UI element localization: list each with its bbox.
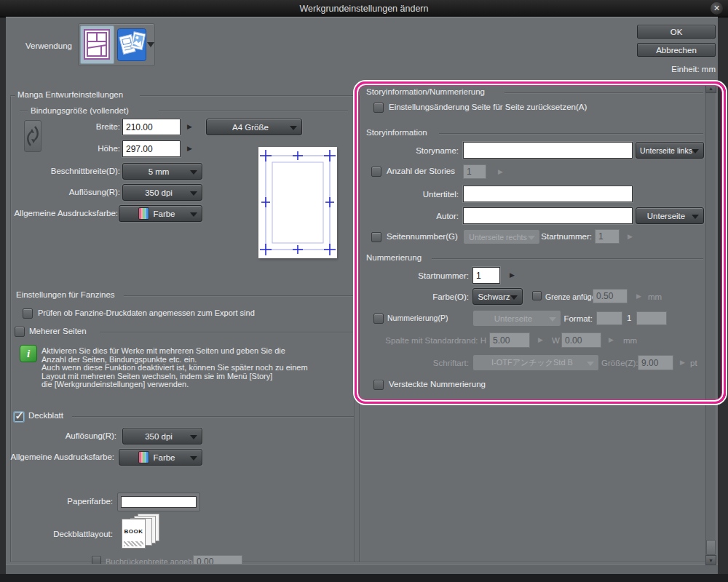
bleed-label: Beschnittbreite(D): xyxy=(51,167,120,175)
storyname-position-dropdown[interactable]: Unterseite links xyxy=(636,142,704,159)
book-cover-icon: BOOK xyxy=(122,519,146,549)
author-label: Autor: xyxy=(436,212,459,220)
start-number-stepper-icon[interactable]: ▶ xyxy=(510,272,515,279)
close-icon[interactable]: ✕ xyxy=(711,2,723,15)
format-field-1[interactable] xyxy=(596,311,622,325)
multiple-pages-check[interactable] xyxy=(15,327,25,337)
comic-page-icon xyxy=(84,29,110,60)
font-size-field[interactable] xyxy=(638,355,673,370)
paper-color-swatch xyxy=(121,496,197,508)
cover-layout-button[interactable]: BOOK xyxy=(122,514,164,549)
usage-dropdown-arrow-icon[interactable] xyxy=(147,42,154,47)
color-swatch-icon xyxy=(138,451,149,463)
swap-orientation-button[interactable] xyxy=(24,120,41,152)
border-width-field[interactable] xyxy=(593,289,628,303)
cancel-button[interactable]: Abbrechen xyxy=(637,43,716,57)
cover-check[interactable] xyxy=(14,412,24,422)
height-label: Höhe: xyxy=(98,144,120,153)
cover-color-mode-dropdown[interactable]: Farbe xyxy=(119,449,202,466)
numbering-color-label: Farbe(O): xyxy=(432,292,469,301)
subtitle-label: Untertitel: xyxy=(423,190,459,199)
group-border xyxy=(505,92,703,93)
fanzine-check-label: Prüfen ob Fanzine-Druckdaten angemessen … xyxy=(38,308,255,317)
width-stepper-icon[interactable]: ▶ xyxy=(187,124,192,130)
start-number-field[interactable] xyxy=(472,267,500,284)
scrollbar-thumb[interactable] xyxy=(706,540,716,555)
group-border xyxy=(72,416,354,417)
scrollbar-track[interactable] xyxy=(705,83,716,565)
font-dropdown: I-OTFアンチックStd B xyxy=(472,354,599,371)
reset-per-page-label: Einstellungsänderung Seite für Seite zur… xyxy=(389,103,587,111)
color-mode-dropdown[interactable]: Farbe xyxy=(119,205,202,222)
fanzine-check[interactable] xyxy=(23,308,33,319)
color-mode-label: Allgemeine Ausdrucksfarbe: xyxy=(14,209,118,218)
font-size-label: Größe(Z): xyxy=(601,359,638,367)
margin-w-field[interactable] xyxy=(561,332,601,348)
group-border xyxy=(20,111,28,111)
page-start-number-field[interactable] xyxy=(595,229,620,244)
group-border xyxy=(124,295,354,296)
margin-h-stepper-icon: ▶ xyxy=(538,337,543,343)
bleed-dropdown[interactable]: 5 mm xyxy=(122,163,202,180)
cover-resolution-dropdown[interactable]: 350 dpi xyxy=(122,428,202,445)
height-field[interactable] xyxy=(122,140,181,157)
group-border xyxy=(359,95,360,562)
numbering-label: Nummerierung(P) xyxy=(387,314,448,322)
hidden-numbering-check[interactable] xyxy=(373,380,384,390)
storyname-field[interactable] xyxy=(463,142,633,159)
margin-w-stepper-icon: ▶ xyxy=(609,337,614,343)
storyname-label: Storyname: xyxy=(416,146,459,155)
format-label: Format: xyxy=(563,314,593,323)
group-border xyxy=(354,95,355,562)
hidden-numbering-label: Versteckte Nummerierung xyxy=(389,380,486,388)
info-icon: i xyxy=(20,345,37,362)
usage-comic-button[interactable] xyxy=(80,25,114,64)
dialog-werkgrundeinstellungen: Werkgrundeinstellungen ändern ✕ Verwendu… xyxy=(0,0,728,582)
usage-illustration-button[interactable] xyxy=(116,27,148,63)
author-position-dropdown[interactable]: Unterseite xyxy=(636,207,704,224)
dialog-title: Werkgrundeinstellungen ändern xyxy=(300,4,429,14)
subtitle-field[interactable] xyxy=(463,186,633,202)
verwendung-label: Verwendung xyxy=(25,41,72,50)
numbering-position-dropdown: Unterseite xyxy=(472,310,561,327)
dialog-bottom-strip xyxy=(6,564,718,574)
author-field[interactable] xyxy=(463,207,633,224)
story-count-label: Anzahl der Stories xyxy=(387,167,455,175)
font-size-unit-label: pt xyxy=(690,359,697,367)
reset-per-page-check[interactable] xyxy=(373,103,384,113)
height-stepper-icon[interactable]: ▶ xyxy=(187,146,192,152)
ok-button[interactable]: OK xyxy=(637,25,716,39)
cover-label: Deckblatt xyxy=(28,411,63,420)
numbering-color-dropdown[interactable]: Schwarz xyxy=(472,288,523,305)
format-field-2[interactable] xyxy=(636,311,667,325)
numbering-check[interactable] xyxy=(373,314,384,324)
preset-dropdown[interactable]: A4 Größe xyxy=(206,119,302,135)
numbering-title: Nummerierung xyxy=(366,253,422,262)
margin-w-label: W xyxy=(552,336,560,345)
group-border xyxy=(140,95,354,96)
story-count-field[interactable] xyxy=(463,164,486,179)
group-border xyxy=(10,95,15,96)
info-text: Aktivieren Sie dies für Werke mit mehrer… xyxy=(41,347,308,389)
add-border-check[interactable] xyxy=(532,291,542,300)
width-label: Breite: xyxy=(96,122,120,131)
title-bar[interactable]: Werkgrundeinstellungen ändern ✕ xyxy=(0,0,728,17)
unit-label: Einheit: mm xyxy=(671,65,716,73)
width-field[interactable] xyxy=(122,119,181,135)
default-margin-label: Spalte mit Standardrand: H xyxy=(385,336,486,345)
story-count-check[interactable] xyxy=(371,167,381,177)
crop-marks-icon xyxy=(258,147,337,258)
format-mid-label: 1 xyxy=(627,314,631,322)
border-unit-label: mm xyxy=(648,292,662,301)
group-border xyxy=(159,111,348,111)
illustration-icon xyxy=(117,28,146,61)
page-number-position-dropdown: Unterseite rechts xyxy=(463,229,540,244)
group-border xyxy=(439,133,703,134)
margin-unit-label: mm xyxy=(623,336,637,345)
scroll-up-icon[interactable]: ▲ xyxy=(705,83,716,93)
resolution-dropdown[interactable]: 350 dpi xyxy=(122,184,202,201)
page-number-check[interactable] xyxy=(371,232,381,242)
paper-color-button[interactable] xyxy=(117,493,200,511)
scroll-down-icon[interactable]: ▼ xyxy=(705,555,716,565)
margin-h-field[interactable] xyxy=(489,332,530,348)
